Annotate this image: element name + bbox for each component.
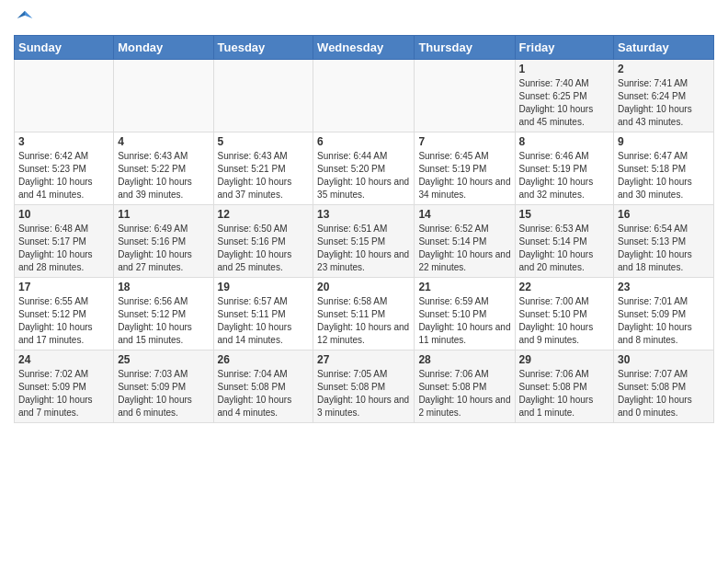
calendar-cell: 16Sunrise: 6:54 AMSunset: 5:13 PMDayligh… xyxy=(614,205,714,278)
day-info: Sunrise: 7:06 AMSunset: 5:08 PMDaylight:… xyxy=(418,368,510,419)
logo xyxy=(14,9,34,28)
day-info: Sunrise: 6:49 AMSunset: 5:16 PMDaylight:… xyxy=(118,223,209,274)
day-info: Sunrise: 6:43 AMSunset: 5:22 PMDaylight:… xyxy=(118,150,209,201)
calendar-cell: 18Sunrise: 6:56 AMSunset: 5:12 PMDayligh… xyxy=(114,278,213,350)
calendar-cell: 5Sunrise: 6:43 AMSunset: 5:21 PMDaylight… xyxy=(213,132,313,205)
calendar-cell xyxy=(313,60,415,132)
calendar-cell: 4Sunrise: 6:43 AMSunset: 5:22 PMDaylight… xyxy=(114,132,213,205)
day-info: Sunrise: 7:03 AMSunset: 5:09 PMDaylight:… xyxy=(118,368,209,419)
day-info: Sunrise: 6:51 AMSunset: 5:15 PMDaylight:… xyxy=(317,223,410,274)
day-number: 25 xyxy=(118,353,209,366)
day-number: 13 xyxy=(317,208,410,221)
weekday-header-monday: Monday xyxy=(114,36,213,60)
day-info: Sunrise: 6:45 AMSunset: 5:19 PMDaylight:… xyxy=(418,150,510,201)
weekday-header-sunday: Sunday xyxy=(15,36,114,60)
day-number: 2 xyxy=(618,63,710,75)
day-number: 23 xyxy=(618,281,710,293)
day-number: 29 xyxy=(519,353,610,366)
calendar-cell: 15Sunrise: 6:53 AMSunset: 5:14 PMDayligh… xyxy=(515,205,614,278)
calendar-cell: 27Sunrise: 7:05 AMSunset: 5:08 PMDayligh… xyxy=(313,350,415,423)
logo-icon xyxy=(16,9,34,28)
calendar-week-row: 24Sunrise: 7:02 AMSunset: 5:09 PMDayligh… xyxy=(15,350,714,423)
day-number: 30 xyxy=(618,353,710,366)
day-info: Sunrise: 6:42 AMSunset: 5:23 PMDaylight:… xyxy=(18,150,109,201)
day-number: 11 xyxy=(118,208,209,221)
day-number: 19 xyxy=(218,281,310,293)
day-number: 16 xyxy=(618,208,710,221)
calendar-cell: 23Sunrise: 7:01 AMSunset: 5:09 PMDayligh… xyxy=(614,278,714,350)
day-number: 7 xyxy=(418,135,510,148)
day-info: Sunrise: 7:41 AMSunset: 6:24 PMDaylight:… xyxy=(618,77,710,129)
calendar-cell: 2Sunrise: 7:41 AMSunset: 6:24 PMDaylight… xyxy=(614,60,714,132)
calendar-cell: 8Sunrise: 6:46 AMSunset: 5:19 PMDaylight… xyxy=(515,132,614,205)
day-number: 21 xyxy=(418,281,510,293)
page-header xyxy=(14,9,714,28)
day-info: Sunrise: 6:53 AMSunset: 5:14 PMDaylight:… xyxy=(519,223,610,274)
day-info: Sunrise: 6:55 AMSunset: 5:12 PMDaylight:… xyxy=(18,295,109,347)
day-info: Sunrise: 6:56 AMSunset: 5:12 PMDaylight:… xyxy=(118,295,209,347)
day-info: Sunrise: 6:58 AMSunset: 5:11 PMDaylight:… xyxy=(317,295,410,347)
calendar-week-row: 3Sunrise: 6:42 AMSunset: 5:23 PMDaylight… xyxy=(15,132,714,205)
day-number: 10 xyxy=(18,208,109,221)
calendar-cell: 14Sunrise: 6:52 AMSunset: 5:14 PMDayligh… xyxy=(415,205,515,278)
calendar-cell: 12Sunrise: 6:50 AMSunset: 5:16 PMDayligh… xyxy=(213,205,313,278)
day-info: Sunrise: 7:07 AMSunset: 5:08 PMDaylight:… xyxy=(618,368,710,419)
calendar-cell xyxy=(415,60,515,132)
calendar-cell: 1Sunrise: 7:40 AMSunset: 6:25 PMDaylight… xyxy=(515,60,614,132)
calendar-cell: 3Sunrise: 6:42 AMSunset: 5:23 PMDaylight… xyxy=(15,132,114,205)
day-number: 5 xyxy=(218,135,310,148)
calendar-cell: 6Sunrise: 6:44 AMSunset: 5:20 PMDaylight… xyxy=(313,132,415,205)
calendar-cell: 29Sunrise: 7:06 AMSunset: 5:08 PMDayligh… xyxy=(515,350,614,423)
calendar-cell: 7Sunrise: 6:45 AMSunset: 5:19 PMDaylight… xyxy=(415,132,515,205)
day-info: Sunrise: 6:59 AMSunset: 5:10 PMDaylight:… xyxy=(418,295,510,347)
day-info: Sunrise: 6:50 AMSunset: 5:16 PMDaylight:… xyxy=(218,223,310,274)
weekday-header-wednesday: Wednesday xyxy=(313,36,415,60)
day-number: 26 xyxy=(218,353,310,366)
calendar-cell: 13Sunrise: 6:51 AMSunset: 5:15 PMDayligh… xyxy=(313,205,415,278)
day-info: Sunrise: 7:04 AMSunset: 5:08 PMDaylight:… xyxy=(218,368,310,419)
day-info: Sunrise: 7:05 AMSunset: 5:08 PMDaylight:… xyxy=(317,368,410,419)
day-number: 9 xyxy=(618,135,710,148)
weekday-header-thursday: Thursday xyxy=(415,36,515,60)
day-info: Sunrise: 6:47 AMSunset: 5:18 PMDaylight:… xyxy=(618,150,710,201)
calendar-cell xyxy=(114,60,213,132)
day-number: 20 xyxy=(317,281,410,293)
day-info: Sunrise: 6:43 AMSunset: 5:21 PMDaylight:… xyxy=(218,150,310,201)
day-number: 14 xyxy=(418,208,510,221)
day-number: 27 xyxy=(317,353,410,366)
day-number: 3 xyxy=(18,135,109,148)
calendar-cell: 9Sunrise: 6:47 AMSunset: 5:18 PMDaylight… xyxy=(614,132,714,205)
calendar-cell: 30Sunrise: 7:07 AMSunset: 5:08 PMDayligh… xyxy=(614,350,714,423)
calendar-cell: 21Sunrise: 6:59 AMSunset: 5:10 PMDayligh… xyxy=(415,278,515,350)
day-number: 15 xyxy=(519,208,610,221)
calendar-cell xyxy=(213,60,313,132)
calendar-header-row: SundayMondayTuesdayWednesdayThursdayFrid… xyxy=(15,36,714,60)
calendar-cell: 19Sunrise: 6:57 AMSunset: 5:11 PMDayligh… xyxy=(213,278,313,350)
day-number: 18 xyxy=(118,281,209,293)
day-number: 1 xyxy=(519,63,610,75)
day-info: Sunrise: 7:00 AMSunset: 5:10 PMDaylight:… xyxy=(519,295,610,347)
day-info: Sunrise: 7:01 AMSunset: 5:09 PMDaylight:… xyxy=(618,295,710,347)
calendar-cell: 22Sunrise: 7:00 AMSunset: 5:10 PMDayligh… xyxy=(515,278,614,350)
day-info: Sunrise: 6:44 AMSunset: 5:20 PMDaylight:… xyxy=(317,150,410,201)
weekday-header-saturday: Saturday xyxy=(614,36,714,60)
calendar-table: SundayMondayTuesdayWednesdayThursdayFrid… xyxy=(14,35,714,423)
day-info: Sunrise: 6:57 AMSunset: 5:11 PMDaylight:… xyxy=(218,295,310,347)
calendar-cell: 11Sunrise: 6:49 AMSunset: 5:16 PMDayligh… xyxy=(114,205,213,278)
day-info: Sunrise: 6:52 AMSunset: 5:14 PMDaylight:… xyxy=(418,223,510,274)
weekday-header-friday: Friday xyxy=(515,36,614,60)
calendar-cell: 24Sunrise: 7:02 AMSunset: 5:09 PMDayligh… xyxy=(15,350,114,423)
calendar-cell: 25Sunrise: 7:03 AMSunset: 5:09 PMDayligh… xyxy=(114,350,213,423)
calendar-cell xyxy=(15,60,114,132)
calendar-cell: 28Sunrise: 7:06 AMSunset: 5:08 PMDayligh… xyxy=(415,350,515,423)
day-number: 22 xyxy=(519,281,610,293)
calendar-cell: 26Sunrise: 7:04 AMSunset: 5:08 PMDayligh… xyxy=(213,350,313,423)
day-number: 12 xyxy=(218,208,310,221)
day-info: Sunrise: 6:54 AMSunset: 5:13 PMDaylight:… xyxy=(618,223,710,274)
page-container: SundayMondayTuesdayWednesdayThursdayFrid… xyxy=(0,0,728,432)
calendar-week-row: 17Sunrise: 6:55 AMSunset: 5:12 PMDayligh… xyxy=(15,278,714,350)
day-info: Sunrise: 6:48 AMSunset: 5:17 PMDaylight:… xyxy=(18,223,109,274)
calendar-cell: 20Sunrise: 6:58 AMSunset: 5:11 PMDayligh… xyxy=(313,278,415,350)
day-info: Sunrise: 7:40 AMSunset: 6:25 PMDaylight:… xyxy=(519,77,610,129)
day-info: Sunrise: 7:06 AMSunset: 5:08 PMDaylight:… xyxy=(519,368,610,419)
